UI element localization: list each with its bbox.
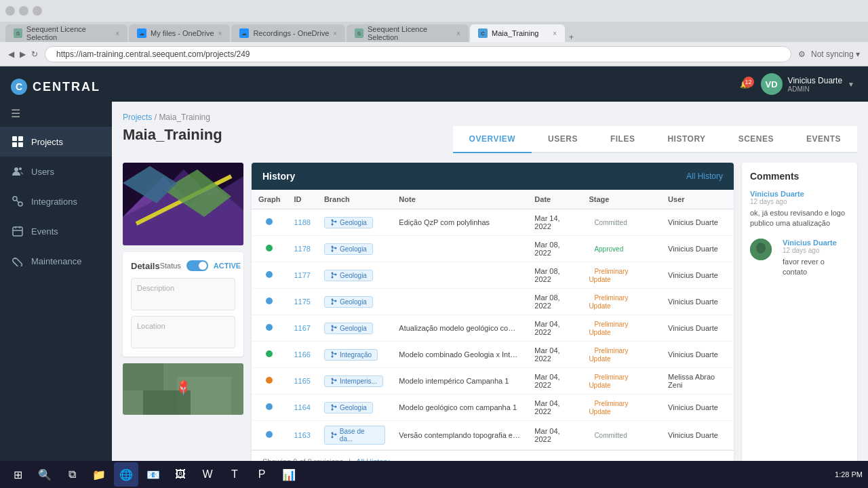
browser-tab-5[interactable]: C Maia_Training × (470, 24, 565, 42)
cell-date-5: Mar 04, 2022 (528, 342, 582, 368)
maintenance-icon (11, 254, 24, 268)
tab-scenes[interactable]: SCENES (722, 126, 790, 153)
menu-toggle-btn[interactable]: ☰ (0, 107, 112, 127)
svg-point-37 (331, 272, 333, 274)
taskbar-start[interactable]: ⊞ (5, 462, 30, 487)
taskbar-photos[interactable]: 🖼 (168, 462, 193, 487)
projects-icon (11, 135, 24, 148)
svg-line-41 (332, 274, 335, 275)
description-field[interactable]: Description (131, 278, 235, 310)
comments-panel: Comments Vinicius Duarte 12 days ago ok,… (742, 163, 857, 472)
tab-close-1[interactable]: × (115, 30, 119, 37)
cell-id-4[interactable]: 1167 (287, 315, 317, 342)
col-stage: Stage (582, 190, 661, 209)
cell-stage-4: Preliminary Update (582, 315, 661, 342)
tab-history[interactable]: HISTORY (651, 126, 722, 153)
cell-note-4: Atualização modelo geológico com campanh… (392, 315, 528, 342)
sidebar-item-events[interactable]: Events (0, 216, 112, 246)
forward-btn[interactable]: ▶ (20, 49, 26, 59)
browser-tab-1[interactable]: S Seequent Licence Selection × (5, 24, 127, 42)
main-content: 🔔 12 VD Vinicius Duarte ADMIN ▼ Projects… (112, 66, 868, 488)
cell-id-7[interactable]: 1164 (287, 394, 317, 421)
cell-id-1[interactable]: 1178 (287, 236, 317, 262)
address-input[interactable] (45, 46, 791, 62)
cell-id-0[interactable]: 1188 (287, 209, 317, 236)
comment-user-2: Vinicius Duarte (783, 239, 849, 247)
cell-note-2 (392, 262, 528, 289)
cell-id-5[interactable]: 1166 (287, 342, 317, 368)
address-bar: ◀ ▶ ↻ ⚙ Not syncing ▾ (0, 42, 868, 66)
tab-icon-1: S (14, 28, 22, 38)
taskbar-file-explorer[interactable]: 📁 (87, 462, 111, 487)
integrations-icon (11, 195, 24, 208)
cell-date-4: Mar 04, 2022 (528, 315, 582, 342)
taskbar-teams[interactable]: T (222, 462, 247, 487)
browser-tab-4[interactable]: S Seequent Licence Selection × (347, 24, 469, 42)
header-user[interactable]: VD Vinicius Duarte ADMIN ▼ (761, 73, 854, 95)
all-history-header-link[interactable]: All History (686, 171, 723, 181)
maximize-btn[interactable] (19, 6, 28, 16)
comment-text-2: favor rever o contato (783, 257, 849, 278)
location-field[interactable]: Location (131, 316, 235, 348)
svg-point-7 (18, 202, 22, 206)
minimize-btn[interactable] (5, 6, 15, 16)
browser-tabs-bar: S Seequent Licence Selection × ☁ My file… (0, 22, 868, 42)
tab-files[interactable]: FILES (594, 126, 652, 153)
status-toggle[interactable] (186, 260, 208, 271)
close-btn[interactable] (33, 6, 42, 16)
refresh-btn[interactable]: ↻ (31, 49, 38, 59)
tab-close-5[interactable]: × (553, 30, 557, 37)
cell-id-6[interactable]: 1165 (287, 368, 317, 394)
browser-controls (5, 6, 42, 16)
tab-overview[interactable]: OVERVIEW (453, 126, 532, 153)
cell-branch-6: Intemperis... (317, 368, 392, 394)
taskbar-search[interactable]: 🔍 (33, 462, 57, 487)
tab-close-3[interactable]: × (333, 30, 337, 37)
cell-id-2[interactable]: 1177 (287, 262, 317, 289)
cell-graph-2 (252, 262, 287, 289)
history-table-header-row: Graph ID Branch Note Date Stage User (252, 190, 734, 209)
details-header: Details Status ACTIVE (131, 260, 235, 271)
browser-tab-2[interactable]: ☁ My files - OneDrive × (129, 24, 230, 42)
cell-user-7: Vinicius Duarte (661, 394, 734, 421)
branch-tag-7: Geologia (324, 402, 373, 413)
details-title: Details (131, 261, 160, 271)
inner-layout: Details Status ACTIVE Description Locati… (123, 163, 857, 472)
tab-events[interactable]: EVENTS (790, 126, 857, 153)
cell-id-3[interactable]: 1175 (287, 289, 317, 315)
taskbar-word[interactable]: W (195, 462, 220, 487)
breadcrumb-parent[interactable]: Projects (123, 113, 152, 122)
tab-close-2[interactable]: × (218, 30, 222, 37)
notification-bell[interactable]: 🔔 12 (740, 79, 750, 89)
cell-id-8[interactable]: 1163 (287, 421, 317, 450)
tab-users[interactable]: USERS (532, 126, 594, 153)
tab-label-2: My files - OneDrive (151, 29, 214, 37)
svg-point-47 (331, 325, 333, 327)
tab-icon-4: S (355, 28, 363, 38)
sidebar-logo: C CENTRAL (0, 66, 112, 107)
back-btn[interactable]: ◀ (8, 49, 14, 59)
cell-branch-2: Geologia (317, 262, 392, 289)
taskbar-chrome[interactable]: 🌐 (114, 462, 138, 487)
taskbar-extra[interactable]: 📊 (277, 462, 301, 487)
sidebar-item-projects[interactable]: Projects (0, 127, 112, 157)
breadcrumb: Projects / Maia_Training (123, 113, 857, 122)
extensions-btn[interactable]: ⚙ (798, 49, 806, 59)
cell-stage-5: Preliminary Update (582, 342, 661, 368)
taskbar-powerpoint[interactable]: P (250, 462, 274, 487)
cell-user-4: Vinicius Duarte (661, 315, 734, 342)
cell-user-5: Vinicius Duarte (661, 342, 734, 368)
sidebar-item-integrations[interactable]: Integrations (0, 186, 112, 216)
user-profile-btn[interactable]: Not syncing ▾ (811, 49, 860, 59)
sidebar-item-users[interactable]: Users (0, 157, 112, 186)
comment-user-1: Vinicius Duarte (750, 190, 849, 198)
svg-line-51 (332, 327, 335, 328)
browser-tab-3[interactable]: ☁ Recordings - OneDrive × (231, 24, 345, 42)
table-row: 1167 Geologia Atualização modelo geológi… (252, 315, 734, 342)
page-tabs: OVERVIEW USERS FILES HISTORY SCENES EVEN… (453, 126, 857, 153)
tab-close-4[interactable]: × (456, 30, 460, 37)
new-tab-btn[interactable]: + (569, 33, 574, 42)
sidebar-item-maintenance[interactable]: Maintenance (0, 246, 112, 276)
taskbar-task-view[interactable]: ⧉ (60, 462, 84, 487)
taskbar-mail[interactable]: 📧 (141, 462, 165, 487)
